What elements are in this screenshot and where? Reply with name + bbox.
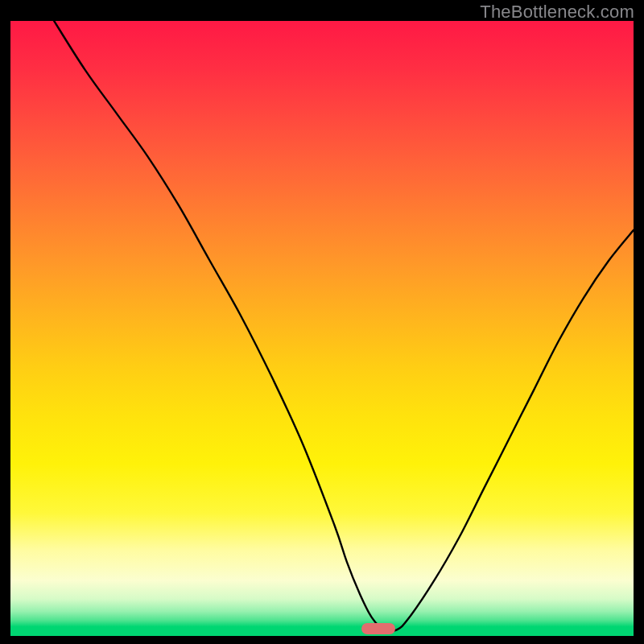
bottleneck-curve [54,21,634,631]
optimal-marker [361,623,395,634]
plot-area [10,21,634,636]
chart-frame: TheBottleneck.com [0,0,644,644]
watermark-text: TheBottleneck.com [480,2,634,23]
curve-svg [10,21,634,636]
